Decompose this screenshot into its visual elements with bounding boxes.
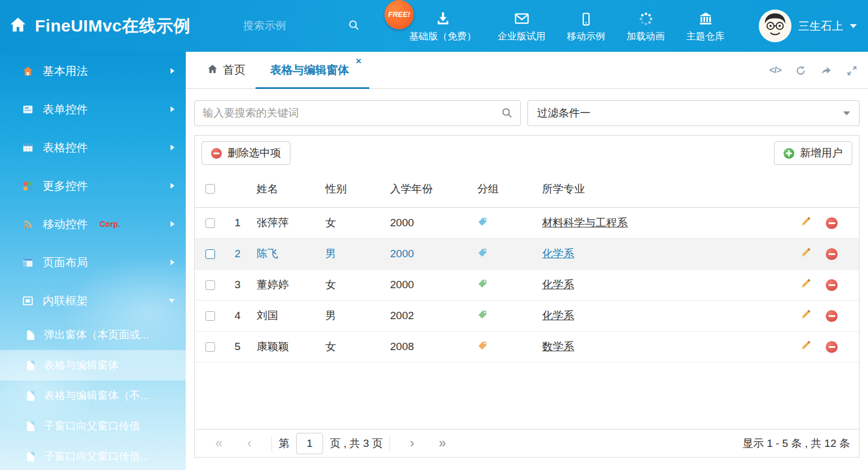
home-icon bbox=[207, 64, 218, 77]
cell-year: 2000 bbox=[383, 217, 471, 229]
major-link[interactable]: 数学系 bbox=[542, 341, 574, 352]
plus-circle-icon bbox=[784, 148, 794, 159]
chevron-right-icon bbox=[171, 106, 175, 112]
chevron-right-icon bbox=[171, 221, 175, 227]
sidebar-subitem-child-to-parent-2[interactable]: 子窗口向父窗口传值... bbox=[0, 441, 186, 470]
edit-pencil-icon[interactable] bbox=[800, 340, 811, 354]
delete-row-icon[interactable] bbox=[826, 279, 838, 291]
select-all-checkbox[interactable] bbox=[205, 184, 215, 194]
row-index: 4 bbox=[225, 310, 250, 322]
page-number-input[interactable] bbox=[296, 433, 323, 454]
blocks-icon bbox=[23, 181, 33, 191]
row-checkbox[interactable] bbox=[205, 218, 215, 228]
chevron-right-icon bbox=[171, 183, 175, 189]
nav-item-enterprise-trial[interactable]: 企业版试用 bbox=[498, 10, 545, 43]
filter-dropdown[interactable]: 过滤条件一 bbox=[527, 100, 860, 126]
sidebar-subitem-child-to-parent[interactable]: 子窗口向父窗口传值 bbox=[0, 411, 186, 441]
nav-item-mobile-demo[interactable]: 移动示例 bbox=[567, 10, 605, 43]
chevron-right-icon bbox=[171, 259, 175, 265]
source-code-icon[interactable]: </> bbox=[769, 65, 781, 76]
brand[interactable]: FineUIMvc在线示例 bbox=[9, 0, 191, 52]
add-user-button[interactable]: 新增用户 bbox=[774, 141, 852, 165]
sidebar-item-more-controls[interactable]: 更多控件 bbox=[0, 167, 186, 205]
nav-item-label: 主题仓库 bbox=[686, 30, 724, 43]
sidebar-item-grid-controls[interactable]: 表格控件 bbox=[0, 128, 186, 167]
tab-bar: 首页 表格与编辑窗体 × </> bbox=[186, 52, 868, 89]
tab-label: 首页 bbox=[223, 62, 245, 78]
sidebar-subitem-popup-window[interactable]: 弹出窗体（本页面或... bbox=[0, 320, 186, 350]
major-link[interactable]: 化学系 bbox=[542, 248, 574, 259]
row-checkbox[interactable] bbox=[205, 280, 215, 290]
top-header: FineUIMvc在线示例 FREE! 基础版（免费） 企业版试用 bbox=[0, 0, 868, 52]
table-row[interactable]: 5 康颖颖 女 2008 数学系 bbox=[195, 332, 859, 362]
delete-row-icon[interactable] bbox=[826, 217, 838, 229]
nav-item-theme-store[interactable]: 主题仓库 bbox=[686, 10, 724, 43]
last-page-button[interactable]: » bbox=[427, 436, 458, 451]
sidebar-subitem-grid-edit-window-2[interactable]: 表格与编辑窗体（不... bbox=[0, 381, 186, 411]
cell-year: 2008 bbox=[383, 341, 471, 353]
first-page-button[interactable]: « bbox=[204, 436, 234, 451]
table-row-selected[interactable]: 2 陈飞 男 2000 化学系 bbox=[195, 239, 859, 270]
header-search[interactable] bbox=[243, 15, 360, 37]
delete-row-icon[interactable] bbox=[826, 310, 838, 322]
close-icon[interactable]: × bbox=[356, 56, 361, 66]
nav-item-loading-animation[interactable]: 加载动画 bbox=[627, 10, 665, 43]
sidebar-subitem-grid-edit-window[interactable]: 表格与编辑窗体 bbox=[0, 350, 186, 381]
delete-row-icon[interactable] bbox=[826, 248, 838, 260]
table-row[interactable]: 1 张萍萍 女 2000 材料科学与工程系 bbox=[195, 208, 859, 239]
home-icon bbox=[23, 66, 33, 77]
table-icon bbox=[23, 142, 33, 153]
edit-pencil-icon[interactable] bbox=[800, 309, 811, 323]
corp-badge: Corp. bbox=[100, 220, 120, 229]
nav-item-label: 基础版（免费） bbox=[409, 30, 476, 43]
previous-page-button[interactable]: ‹ bbox=[234, 436, 265, 451]
cell-gender: 女 bbox=[319, 277, 383, 292]
filter-dropdown-value: 过滤条件一 bbox=[537, 106, 590, 120]
header-search-input[interactable] bbox=[243, 20, 334, 32]
edit-pencil-icon[interactable] bbox=[800, 278, 811, 292]
delete-selected-button[interactable]: 删除选中项 bbox=[202, 141, 290, 165]
row-index: 2 bbox=[225, 248, 250, 260]
cell-gender: 男 bbox=[319, 308, 383, 323]
major-link[interactable]: 材料科学与工程系 bbox=[542, 217, 628, 229]
sidebar-item-page-layout[interactable]: 页面布局 bbox=[0, 243, 186, 281]
table-row[interactable]: 4 刘国 男 2002 化学系 bbox=[195, 301, 859, 332]
sidebar-item-inline-frame[interactable]: 内联框架 bbox=[0, 281, 186, 320]
nav-item-basic-free[interactable]: FREE! 基础版（免费） bbox=[409, 10, 476, 43]
app-title: FineUIMvc在线示例 bbox=[35, 15, 191, 38]
column-header-year: 入学年份 bbox=[383, 182, 471, 196]
edit-pencil-icon[interactable] bbox=[800, 216, 811, 230]
keyword-search bbox=[194, 100, 521, 126]
tab-home[interactable]: 首页 bbox=[197, 52, 256, 88]
refresh-icon[interactable] bbox=[795, 65, 807, 77]
frame-icon bbox=[23, 296, 33, 306]
table-row[interactable]: 3 董婷婷 女 2000 化学系 bbox=[195, 270, 859, 301]
sidebar-item-form-controls[interactable]: 表单控件 bbox=[0, 90, 186, 128]
sidebar-item-mobile-controls[interactable]: 移动控件 Corp. bbox=[0, 205, 186, 243]
grid-empty-area bbox=[195, 362, 859, 429]
expand-icon[interactable] bbox=[846, 65, 858, 77]
major-link[interactable]: 化学系 bbox=[542, 279, 574, 290]
user-name: 三生石上 bbox=[798, 19, 843, 34]
share-icon[interactable] bbox=[820, 64, 833, 77]
tag-icon bbox=[477, 310, 487, 323]
nav-item-label: 移动示例 bbox=[567, 30, 605, 43]
envelope-icon bbox=[514, 10, 530, 26]
page-label-total: 页 , 共 3 页 bbox=[330, 436, 383, 451]
row-checkbox[interactable] bbox=[205, 342, 215, 352]
cell-name: 陈飞 bbox=[250, 247, 319, 261]
tab-grid-edit-window[interactable]: 表格与编辑窗体 × bbox=[256, 52, 369, 88]
edit-pencil-icon[interactable] bbox=[800, 247, 811, 261]
next-page-button[interactable]: › bbox=[397, 436, 427, 451]
keyword-search-input[interactable] bbox=[194, 100, 521, 126]
bank-icon bbox=[698, 10, 713, 26]
record-count-summary: 显示 1 - 5 条 , 共 12 条 bbox=[742, 436, 850, 451]
sidebar-item-basic-usage[interactable]: 基本用法 bbox=[0, 52, 186, 90]
column-header-name: 姓名 bbox=[250, 182, 319, 196]
row-checkbox[interactable] bbox=[205, 311, 215, 321]
row-checkbox[interactable] bbox=[205, 249, 215, 259]
sidebar: 基本用法 表单控件 表格控件 更多控件 移动控件 Corp. bbox=[0, 52, 186, 470]
major-link[interactable]: 化学系 bbox=[542, 310, 574, 321]
delete-row-icon[interactable] bbox=[826, 341, 838, 353]
user-menu[interactable]: 三生石上 bbox=[759, 0, 857, 52]
